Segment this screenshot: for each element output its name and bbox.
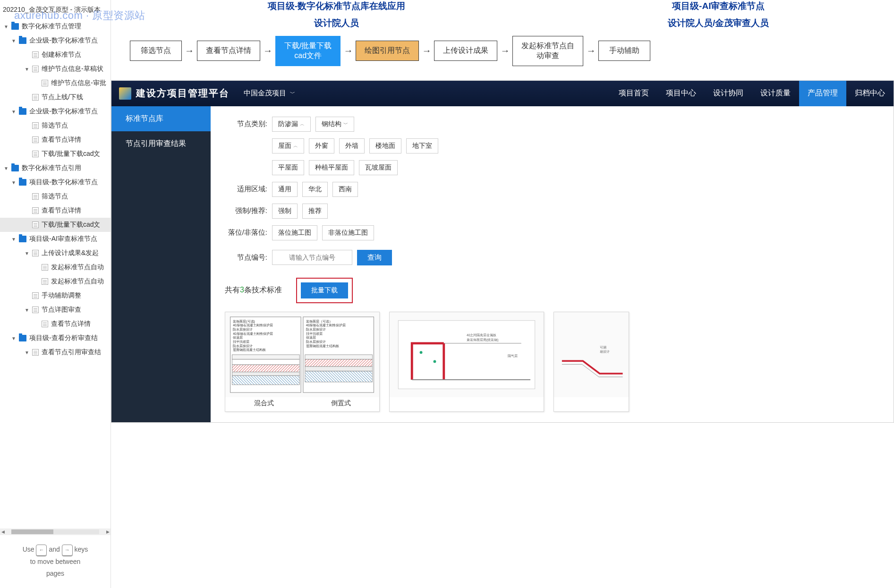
tree-item[interactable]: ▼企业级-数字化标准节点 bbox=[0, 104, 111, 119]
folder-icon bbox=[19, 335, 26, 341]
filter-tag[interactable]: 非落位施工图 bbox=[322, 225, 374, 240]
filter-tag[interactable]: 地下室 bbox=[406, 138, 438, 153]
filter-tag[interactable]: 钢结构﹀ bbox=[315, 117, 354, 132]
scroll-left-icon[interactable]: ◀ bbox=[0, 529, 6, 534]
tree-item[interactable]: ▼维护节点信息-草稿状 bbox=[0, 62, 111, 76]
filter-tag[interactable]: 楼地面 bbox=[369, 138, 401, 153]
tree-item[interactable]: 查看节点详情 bbox=[0, 317, 111, 331]
project-selector[interactable]: 中国金茂项目 ﹀ bbox=[244, 89, 295, 98]
tree-item[interactable]: 发起标准节点自动 bbox=[0, 274, 111, 289]
svg-text:40厚细石混凝土刚性保护层: 40厚细石混凝土刚性保护层 bbox=[233, 324, 273, 327]
filter-tag[interactable]: 外墙 bbox=[339, 138, 365, 153]
tree-item[interactable]: 创建标准节点 bbox=[0, 48, 111, 62]
flow-step: 手动辅助 bbox=[598, 41, 650, 61]
key-left-icon: ← bbox=[36, 545, 47, 556]
filter-tag[interactable]: 推荐 bbox=[302, 204, 328, 219]
tree-item[interactable]: 查看节点详情 bbox=[0, 133, 111, 147]
tree-item[interactable]: 手动辅助调整 bbox=[0, 289, 111, 303]
svg-rect-23 bbox=[305, 359, 373, 366]
nav-item[interactable]: 项目中心 bbox=[657, 81, 705, 106]
tree-item[interactable]: ▼项目级-数字化标准节点 bbox=[0, 175, 111, 189]
svg-text:兼装饰面层用(统装钢): 兼装饰面层用(统装钢) bbox=[467, 338, 499, 342]
tree-item[interactable]: 节点上线/下线 bbox=[0, 90, 111, 104]
arrow-icon: → bbox=[185, 45, 194, 56]
filter-tag[interactable]: 华北 bbox=[302, 182, 328, 197]
tree-item[interactable]: ▼数字化标准节点管理 bbox=[0, 19, 111, 34]
key-right-icon: → bbox=[62, 545, 73, 556]
svg-rect-20 bbox=[232, 372, 299, 375]
svg-point-30 bbox=[420, 351, 423, 354]
filter-tag[interactable]: 强制 bbox=[272, 204, 298, 219]
page-icon bbox=[32, 94, 39, 101]
arrow-icon: → bbox=[422, 45, 431, 56]
tree-item[interactable]: 查看节点详情 bbox=[0, 204, 111, 218]
tree-item-label: 发起标准节点自动 bbox=[51, 277, 104, 286]
search-button[interactable]: 查询 bbox=[357, 250, 392, 265]
svg-text:装饰面层（可选）: 装饰面层（可选） bbox=[306, 319, 332, 323]
svg-text:防水层按设计: 防水层按设计 bbox=[233, 344, 253, 347]
page-tree: ▼数字化标准节点管理▼企业级-数字化标准节点创建标准节点▼维护节点信息-草稿状维… bbox=[0, 19, 111, 528]
page-icon bbox=[32, 250, 39, 256]
svg-rect-17 bbox=[232, 355, 299, 359]
scroll-right-icon[interactable]: ▶ bbox=[105, 529, 111, 534]
svg-point-31 bbox=[434, 360, 436, 363]
filter-tag[interactable]: 瓦坡屋面 bbox=[359, 160, 398, 175]
node-code-input[interactable] bbox=[272, 250, 352, 265]
filter-tag[interactable]: 防渗漏︿ bbox=[272, 117, 311, 132]
tree-item-label: 企业级-数字化标准节点 bbox=[29, 36, 98, 45]
result-card[interactable]: 装饰面层(可选)40厚细石混凝土刚性保护层 防水层按设计40厚细石混凝土刚性保护… bbox=[225, 312, 380, 412]
caret-icon: ▼ bbox=[11, 336, 18, 341]
page-icon bbox=[42, 264, 48, 271]
folder-icon bbox=[19, 37, 26, 44]
tree-item[interactable]: ▼查看节点引用审查结 bbox=[0, 345, 111, 359]
page-icon bbox=[32, 193, 39, 200]
filter-tag[interactable]: 平屋面 bbox=[272, 160, 304, 175]
svg-text:隔气层: 隔气层 bbox=[508, 354, 518, 357]
tree-item[interactable]: 筛选节点 bbox=[0, 189, 111, 204]
tree-item-label: 查看节点详情 bbox=[42, 206, 81, 215]
platform-content: 节点类别: 防渗漏︿钢结构﹀ 屋面︿外窗外墙楼地面地下室 平屋面种植平屋面瓦坡屋… bbox=[211, 106, 894, 422]
scroll-thumb[interactable] bbox=[11, 529, 53, 534]
filter-tag[interactable]: 落位施工图 bbox=[272, 225, 317, 240]
filter-label-place: 落位/非落位: bbox=[225, 228, 267, 237]
flow-subtitle-left: 设计院人员 bbox=[120, 17, 553, 29]
arrow-icon: → bbox=[586, 45, 596, 56]
tree-item[interactable]: 维护节点信息-审批 bbox=[0, 76, 111, 90]
tree-item[interactable]: ▼项目级-AI审查标准节点 bbox=[0, 232, 111, 246]
tree-item-label: 下载/批量下载cad文 bbox=[42, 150, 100, 158]
filter-tag[interactable]: 西南 bbox=[332, 182, 358, 197]
main-content: 项目级-数字化标准节点库在线应用 设计院人员 项目级-AI审查标准节点 设计院人… bbox=[111, 0, 894, 588]
tree-item[interactable]: 下载/批量下载cad文 bbox=[0, 218, 111, 232]
filter-tag[interactable]: 外窗 bbox=[309, 138, 334, 153]
tree-item-label: 手动辅助调整 bbox=[42, 291, 81, 300]
tree-item[interactable]: 筛选节点 bbox=[0, 119, 111, 133]
svg-rect-22 bbox=[305, 355, 373, 359]
nav-item[interactable]: 设计协同 bbox=[705, 81, 752, 106]
sidebar-scrollbar[interactable]: ◀ ▶ bbox=[0, 528, 111, 535]
filter-tag[interactable]: 通用 bbox=[272, 182, 298, 197]
tree-item[interactable]: 发起标准节点自动 bbox=[0, 260, 111, 274]
result-card[interactable]: 可调 墙设计 bbox=[553, 312, 629, 412]
platform-side-item[interactable]: 标准节点库 bbox=[111, 106, 211, 131]
filter-tag[interactable]: 种植平屋面 bbox=[309, 160, 354, 175]
nav-item[interactable]: 归档中心 bbox=[846, 81, 894, 106]
tree-item[interactable]: 下载/批量下载cad文 bbox=[0, 147, 111, 161]
tree-item[interactable]: ▼企业级-数字化标准节点 bbox=[0, 34, 111, 48]
nav-item[interactable]: 设计质量 bbox=[752, 81, 799, 106]
nav-item[interactable]: 产品管理 bbox=[799, 81, 846, 106]
tree-item[interactable]: ▼数字化标准节点引用 bbox=[0, 161, 111, 175]
page-icon bbox=[32, 207, 39, 214]
nav-item[interactable]: 项目首页 bbox=[610, 81, 657, 106]
filter-label-region: 适用区域: bbox=[225, 185, 267, 194]
result-card[interactable]: 40之间隔离层金属板 兼装饰面层用(统装钢) 隔气层 bbox=[389, 312, 544, 412]
filter-label-code: 节点编号: bbox=[225, 253, 267, 262]
platform-side-item[interactable]: 节点引用审查结果 bbox=[111, 131, 211, 156]
tree-item[interactable]: ▼上传设计成果&发起 bbox=[0, 246, 111, 260]
tree-item[interactable]: ▼节点详图审查 bbox=[0, 303, 111, 317]
caret-icon: ▼ bbox=[11, 38, 18, 43]
folder-icon bbox=[19, 236, 26, 242]
filter-tag[interactable]: 屋面︿ bbox=[272, 138, 304, 153]
bulk-download-button[interactable]: 批量下载 bbox=[296, 278, 353, 303]
tree-item[interactable]: ▼项目级-查看分析审查结 bbox=[0, 331, 111, 345]
svg-text:装饰面层(可选): 装饰面层(可选) bbox=[233, 319, 255, 323]
